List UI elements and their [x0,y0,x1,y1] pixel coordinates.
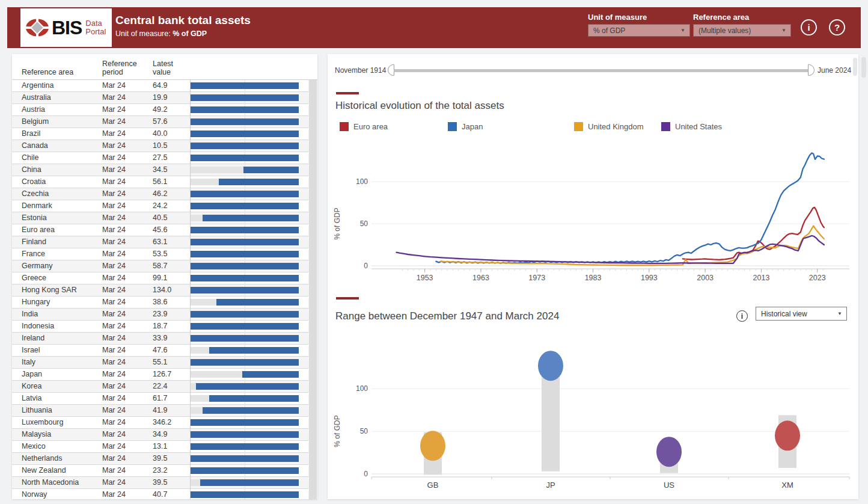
table-row[interactable]: JapanMar 24126.7 [12,369,317,381]
table-row[interactable]: MexicoMar 2413.1 [12,441,317,453]
table-row[interactable]: ItalyMar 2455.1 [12,357,317,369]
table-row[interactable]: KoreaMar 2422.4 [12,381,317,393]
table-row[interactable]: New ZealandMar 2423.2 [12,465,317,477]
bar-blue-segment [243,167,299,173]
table-row[interactable]: IndonesiaMar 2418.7 [12,321,317,333]
table-row[interactable]: ChileMar 2427.5 [12,152,317,164]
panel-scrollbar[interactable] [853,58,857,76]
table-row[interactable]: ArgentinaMar 2464.9 [12,80,317,92]
cell-latest-value: 38.6 [153,297,167,308]
bis-logo-mark [25,18,49,37]
column-header-reference-area[interactable]: Reference area [22,68,73,76]
table-row[interactable]: CroatiaMar 2456.1 [12,176,317,188]
bar-blue-segment [219,179,299,185]
bar-zone [191,395,299,402]
cell-reference-area: India [22,309,38,320]
cell-latest-value: 40.5 [153,212,167,224]
table-row[interactable]: CanadaMar 2410.5 [12,140,317,152]
bar-zone [191,287,299,293]
column-header-latest-value[interactable]: Latest value [153,60,183,76]
cell-range-bar [190,441,315,453]
cell-reference-area: Lithuania [22,405,52,416]
table-row[interactable]: MalaysiaMar 2434.9 [12,429,317,441]
bar-blue-segment [191,251,299,257]
time-slider-track[interactable] [394,69,808,72]
cell-latest-value: 40.7 [153,489,167,499]
cell-latest-value: 22.4 [153,381,167,392]
bar-zone [191,407,299,414]
table-row[interactable]: FinlandMar 2463.1 [12,236,317,248]
table-row[interactable]: IsraelMar 2447.6 [12,345,317,357]
page-subtitle: Unit of measure: % of GDP [115,29,251,38]
legend-item[interactable]: United States [661,122,722,131]
table-row[interactable]: GermanyMar 2458.7 [12,260,317,272]
table-row[interactable]: Euro areaMar 2445.6 [12,224,317,236]
table-row[interactable]: IndiaMar 2423.9 [12,309,317,321]
bis-logo[interactable]: BIS Data Portal [20,8,112,47]
cell-reference-period: Mar 24 [102,465,126,476]
chart-legend: Euro areaJapanUnited KingdomUnited State… [340,122,845,132]
cell-reference-area: Malaysia [22,429,51,440]
scrollbar-thumb[interactable] [309,80,317,499]
bar-blue-segment [191,82,299,89]
bar-blue-segment [203,215,299,221]
info-icon[interactable]: i [801,19,817,35]
view-mode-select[interactable]: Historical view ▼ [756,307,847,321]
logo-sub-portal: Portal [85,28,106,36]
cell-reference-area: France [22,248,45,260]
bis-data-portal-page: BIS Data Portal Central bank total asset… [0,0,868,504]
bar-gray-segment [191,383,196,390]
table-row[interactable]: EstoniaMar 2440.5 [12,212,317,224]
cell-range-bar [190,321,315,333]
cell-reference-area: New Zealand [22,465,66,476]
cell-range-bar [190,128,315,140]
cell-latest-value: 126.7 [153,369,171,380]
bar-blue-segment [191,335,299,342]
table-row[interactable]: Hong Kong SARMar 24134.0 [12,284,317,297]
bar-zone [191,227,299,233]
table-row[interactable]: ChinaMar 2434.5 [12,164,317,176]
legend-item[interactable]: United Kingdom [574,122,644,131]
table-row[interactable]: CzechiaMar 2446.2 [12,188,317,200]
help-icon[interactable]: ? [829,19,845,35]
table-row[interactable]: DenmarkMar 2424.2 [12,200,317,212]
table-row[interactable]: AustriaMar 2449.2 [12,104,317,116]
cell-reference-period: Mar 24 [102,80,126,91]
bar-zone [191,118,299,125]
table-row[interactable]: North MacedoniaMar 2439.5 [12,477,317,489]
cell-range-bar [190,152,315,164]
cell-latest-value: 47.6 [153,345,167,356]
page-scrollbar[interactable] [861,57,866,78]
slider-handle-end[interactable] [808,64,815,76]
table-row[interactable]: AustraliaMar 2419.9 [12,92,317,104]
cell-reference-period: Mar 24 [102,188,126,200]
range-info-icon[interactable]: i [736,310,748,322]
table-row[interactable]: GreeceMar 2499.1 [12,272,317,284]
table-row[interactable]: FranceMar 2453.5 [12,248,317,260]
y-tick-label: 0 [364,470,368,478]
bar-zone [191,155,299,161]
column-header-reference-period[interactable]: Reference period [102,60,144,76]
table-row[interactable]: HungaryMar 2438.6 [12,297,317,309]
cell-latest-value: 19.9 [153,92,167,103]
table-row[interactable]: IrelandMar 2433.9 [12,333,317,345]
table-row[interactable]: LatviaMar 2461.7 [12,393,317,405]
legend-item[interactable]: Euro area [340,122,388,131]
table-row[interactable]: NorwayMar 2440.7 [12,489,317,499]
table-scrollbar[interactable] [308,80,317,499]
cell-reference-area: Belgium [22,116,49,128]
cell-reference-area: Estonia [22,212,47,224]
page-title: Central bank total assets [115,14,251,27]
unit-of-measure-select[interactable]: % of GDP ▼ [588,24,690,37]
cell-reference-period: Mar 24 [102,309,126,320]
table-row[interactable]: LuxembourgMar 24346.2 [12,417,317,429]
reference-area-select[interactable]: (Multiple values) ▼ [693,24,791,37]
bar-zone [191,383,299,390]
cell-latest-value: 56.1 [153,176,167,188]
table-row[interactable]: BrazilMar 2440.0 [12,128,317,140]
legend-item[interactable]: Japan [448,122,483,131]
table-row[interactable]: NetherlandsMar 2439.5 [12,453,317,465]
table-row[interactable]: BelgiumMar 2457.6 [12,116,317,128]
cell-latest-value: 27.5 [153,152,167,164]
table-row[interactable]: LithuaniaMar 2441.9 [12,405,317,417]
